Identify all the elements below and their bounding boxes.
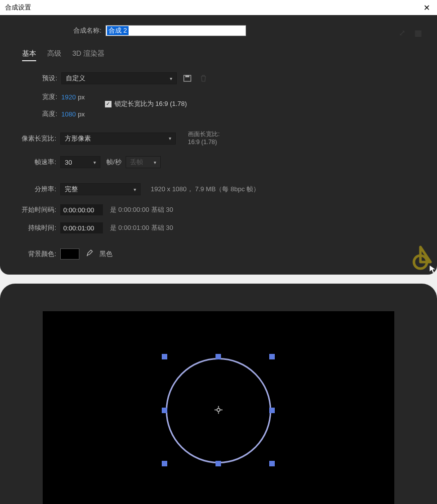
- delete-preset-icon[interactable]: [198, 73, 209, 84]
- fps-label: 帧速率:: [0, 158, 60, 167]
- tab-strip: 基本 高级 3D 渲染器: [22, 49, 437, 61]
- tab-basic[interactable]: 基本: [22, 49, 36, 61]
- grid-icon: ▦: [414, 28, 422, 38]
- bgcolor-label: 背景颜色:: [0, 249, 60, 259]
- height-value[interactable]: 1080: [61, 110, 76, 118]
- close-icon[interactable]: ✕: [421, 3, 432, 13]
- width-label: 宽度:: [15, 92, 61, 101]
- bbox-handle-ml[interactable]: [162, 408, 167, 413]
- bbox-handle-tm[interactable]: [215, 354, 221, 359]
- duration-suffix: 是 0:00:01:00 基础 30: [110, 223, 173, 232]
- fps-dropframe-select: 丢帧: [126, 156, 161, 168]
- resolution-info: 1920 x 1080， 7.9 MB（每 8bpc 帧）: [151, 185, 260, 194]
- width-value[interactable]: 1920: [61, 93, 76, 101]
- bbox-handle-mr[interactable]: [269, 408, 275, 413]
- preset-label: 预设:: [15, 74, 61, 83]
- start-tc-suffix: 是 0:00:00:00 基础 30: [110, 205, 173, 214]
- lock-aspect-label: 锁定长宽比为 16:9 (1.78): [115, 99, 187, 108]
- save-preset-icon[interactable]: [182, 73, 193, 84]
- titlebar: 合成设置 ✕: [0, 0, 437, 15]
- expand-icon: ⤢: [399, 28, 405, 38]
- comp-name-value: 合成 2: [107, 26, 129, 35]
- fps-unit-label: 帧/秒: [106, 158, 122, 167]
- composition-viewport-panel: [0, 284, 437, 504]
- preset-select[interactable]: 自定义: [61, 72, 177, 84]
- start-tc-input[interactable]: 0:00:00:00: [60, 204, 103, 215]
- bbox-handle-bl[interactable]: [162, 461, 167, 466]
- resolution-label: 分辨率:: [0, 185, 60, 194]
- anchor-point-icon[interactable]: [214, 406, 223, 415]
- height-label: 高度:: [15, 109, 61, 118]
- par-label: 像素长宽比:: [0, 134, 60, 143]
- bbox-handle-bm[interactable]: [215, 461, 221, 466]
- eyedropper-icon[interactable]: [85, 249, 93, 259]
- par-select[interactable]: 方形像素: [60, 133, 176, 145]
- width-unit: px: [78, 93, 85, 101]
- tab-advanced[interactable]: 高级: [47, 49, 61, 61]
- bbox-handle-tl[interactable]: [162, 354, 167, 359]
- bbox-handle-tr[interactable]: [269, 354, 275, 359]
- panel-tools-disabled: ⤢ ▦: [399, 28, 422, 38]
- comp-name-input[interactable]: 合成 2: [105, 25, 246, 36]
- duration-label: 持续时间:: [0, 223, 60, 232]
- height-unit: px: [78, 110, 85, 118]
- duration-input[interactable]: 0:00:01:00: [60, 222, 103, 233]
- svg-point-3: [217, 408, 220, 411]
- bgcolor-swatch[interactable]: [60, 248, 79, 260]
- composition-canvas[interactable]: [43, 311, 394, 504]
- start-tc-label: 开始时间码:: [0, 205, 60, 214]
- svg-rect-1: [185, 75, 189, 77]
- frame-aspect-info: 画面长宽比: 16:9 (1.78): [188, 131, 220, 146]
- dialog-title: 合成设置: [5, 3, 31, 12]
- bgcolor-name: 黑色: [99, 249, 113, 259]
- comp-name-label: 合成名称:: [0, 26, 105, 35]
- resolution-select[interactable]: 完整: [60, 183, 141, 195]
- bbox-handle-br[interactable]: [269, 461, 275, 466]
- fps-select[interactable]: 30: [60, 156, 100, 168]
- composition-settings-dialog: 合成设置 ✕ ⤢ ▦ 合成名称: 合成 2 基本 高级 3D 渲染器 预设: 自…: [0, 0, 437, 275]
- corner-graphic: [392, 244, 437, 275]
- lock-aspect-checkbox[interactable]: ✓: [105, 101, 112, 107]
- tab-3d-renderer[interactable]: 3D 渲染器: [72, 49, 104, 61]
